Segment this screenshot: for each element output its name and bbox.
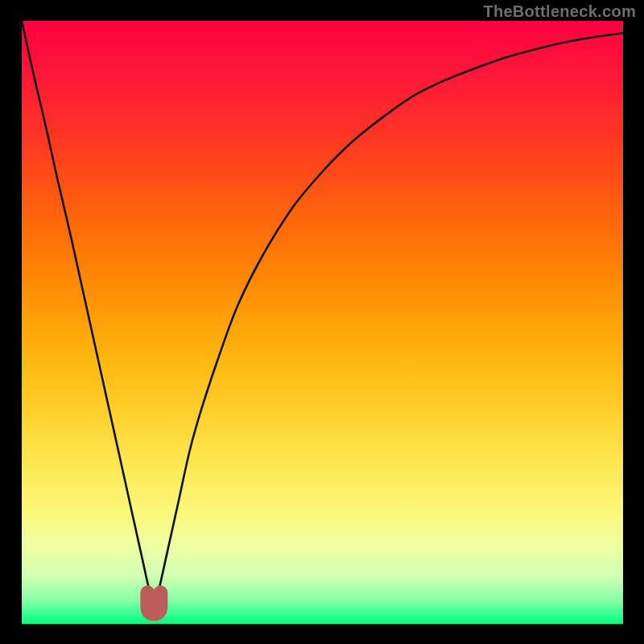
optimal-marker <box>147 592 160 613</box>
watermark-text: TheBottleneck.com <box>483 2 636 21</box>
plot-area <box>22 21 623 624</box>
chart-frame: TheBottleneck.com <box>0 0 644 644</box>
curve-layer <box>22 21 623 624</box>
bottleneck-curve <box>22 21 623 609</box>
